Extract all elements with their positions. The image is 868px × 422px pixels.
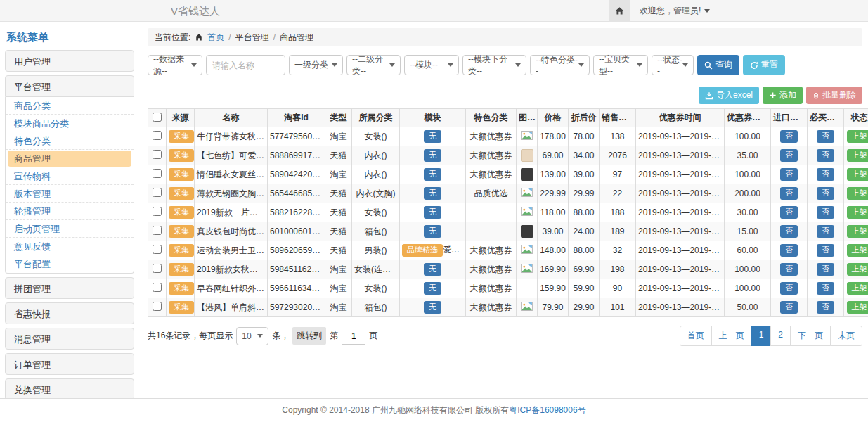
page-button-4[interactable]: 下一页 xyxy=(790,326,831,346)
page-button-3[interactable]: 2 xyxy=(770,326,791,346)
module-badge[interactable]: 无 xyxy=(424,187,441,199)
sidebar-group-header-message[interactable]: 消息管理 xyxy=(5,328,134,350)
sidebar-group-header-user[interactable]: 用户管理 xyxy=(5,50,134,72)
row-checkbox[interactable] xyxy=(153,264,162,273)
page-button-0[interactable]: 首页 xyxy=(680,326,712,346)
status-button[interactable]: 上架 xyxy=(847,130,868,142)
import-select-toggle[interactable]: 否 xyxy=(780,206,798,218)
reset-button[interactable]: 重置 xyxy=(743,55,785,75)
status-button[interactable]: 上架 xyxy=(847,168,868,180)
filter-select-6[interactable]: --特色分类-- xyxy=(530,55,590,75)
must-buy-toggle[interactable]: 否 xyxy=(817,130,834,142)
row-checkbox[interactable] xyxy=(153,150,162,159)
module-badge[interactable]: 无 xyxy=(424,206,441,218)
sidebar-item-platform-4[interactable]: 宣传物料 xyxy=(6,167,134,185)
sidebar-item-platform-5[interactable]: 版本管理 xyxy=(6,185,134,203)
import-select-toggle[interactable]: 否 xyxy=(780,244,798,256)
row-checkbox[interactable] xyxy=(153,207,162,216)
module-badge[interactable]: 无 xyxy=(424,282,441,294)
jump-page-input[interactable] xyxy=(342,328,365,345)
must-buy-toggle[interactable]: 否 xyxy=(817,301,834,313)
sidebar-item-platform-0[interactable]: 商品分类 xyxy=(6,97,134,115)
status-button[interactable]: 上架 xyxy=(847,187,868,199)
must-buy-toggle[interactable]: 否 xyxy=(817,244,834,256)
status-button[interactable]: 上架 xyxy=(847,206,868,218)
search-button[interactable]: 查询 xyxy=(697,55,739,75)
select-all-checkbox[interactable] xyxy=(153,113,162,122)
filter-select-2[interactable]: 一级分类 xyxy=(289,55,343,75)
row-checkbox[interactable] xyxy=(153,283,162,292)
user-menu[interactable]: 欢迎您，管理员! xyxy=(640,5,710,17)
breadcrumb-home-link[interactable]: 首页 xyxy=(207,32,224,44)
product-type: 淘宝 xyxy=(325,298,352,317)
module-badge[interactable]: 无 xyxy=(424,149,441,161)
page-button-2[interactable]: 1 xyxy=(751,326,772,346)
import-select-toggle[interactable]: 否 xyxy=(780,187,798,199)
import-select-toggle[interactable]: 否 xyxy=(780,282,798,294)
status-button[interactable]: 上架 xyxy=(847,149,868,161)
import-select-toggle[interactable]: 否 xyxy=(780,301,798,313)
import-select-toggle[interactable]: 否 xyxy=(780,149,798,161)
must-buy-toggle[interactable]: 否 xyxy=(817,187,834,199)
per-page-select[interactable]: 10 xyxy=(236,327,268,345)
status-button[interactable]: 上架 xyxy=(847,244,868,256)
must-buy-toggle[interactable]: 否 xyxy=(817,263,834,275)
icp-link[interactable]: 粤ICP备16098006号 xyxy=(509,405,585,415)
sidebar-item-platform-1[interactable]: 模块商品分类 xyxy=(6,115,134,132)
filter-select-3[interactable]: --二级分类-- xyxy=(346,55,401,75)
sidebar-item-platform-3[interactable]: 商品管理 xyxy=(8,151,131,167)
row-checkbox[interactable] xyxy=(153,131,162,140)
import-select-toggle[interactable]: 否 xyxy=(780,168,798,180)
sidebar-item-platform-9[interactable]: 平台配置 xyxy=(6,255,134,273)
module-badge[interactable]: 无 xyxy=(424,301,441,313)
import-select-toggle[interactable]: 否 xyxy=(780,263,798,275)
module-badge[interactable]: 无 xyxy=(424,225,441,237)
discount-price: 59.90 xyxy=(569,279,600,298)
add-button[interactable]: 添加 xyxy=(763,87,803,104)
row-checkbox[interactable] xyxy=(153,188,162,197)
module-badge[interactable]: 无 xyxy=(424,168,441,180)
row-checkbox[interactable] xyxy=(153,226,162,235)
module-badge[interactable]: 无 xyxy=(424,263,441,275)
filter-select-7[interactable]: --宝贝类型-- xyxy=(593,55,648,75)
filter-select-0[interactable]: --数据来源-- xyxy=(148,55,202,75)
module-badge[interactable]: 品牌精选 xyxy=(402,244,443,256)
must-buy-toggle[interactable]: 否 xyxy=(817,206,834,218)
module-cell: 品牌精选爱上运动 xyxy=(400,241,466,260)
jump-button[interactable]: 跳转到 xyxy=(292,327,326,345)
status-button[interactable]: 上架 xyxy=(847,301,868,313)
sidebar-item-platform-7[interactable]: 启动页管理 xyxy=(6,220,134,238)
page-button-5[interactable]: 末页 xyxy=(830,326,862,346)
sidebar-group-header-platform[interactable]: 平台管理 xyxy=(5,75,134,97)
sidebar-group-header-order[interactable]: 订单管理 xyxy=(5,353,134,375)
row-checkbox[interactable] xyxy=(153,169,162,178)
status-button[interactable]: 上架 xyxy=(847,282,868,294)
name-filter-input[interactable] xyxy=(206,55,285,75)
copyright-text: Copyright © 2014-2018 广州九驰网络科技有限公司 版权所有 xyxy=(282,405,509,415)
status-button[interactable]: 上架 xyxy=(847,263,868,275)
sidebar-group-header-groupbuy[interactable]: 拼团管理 xyxy=(5,277,134,299)
must-buy-toggle[interactable]: 否 xyxy=(817,168,834,180)
batch-delete-button[interactable]: 批量删除 xyxy=(806,87,862,104)
sidebar-group-header-express[interactable]: 省惠快报 xyxy=(5,302,134,324)
sidebar-item-platform-2[interactable]: 特色分类 xyxy=(6,132,134,150)
product-category: 男装() xyxy=(352,241,400,260)
import-select-toggle[interactable]: 否 xyxy=(780,225,798,237)
sidebar-item-platform-6[interactable]: 轮播管理 xyxy=(6,203,134,220)
page-button-1[interactable]: 上一页 xyxy=(711,326,752,346)
must-buy-toggle[interactable]: 否 xyxy=(817,149,834,161)
row-checkbox[interactable] xyxy=(153,302,162,311)
must-buy-toggle[interactable]: 否 xyxy=(817,282,834,294)
sidebar-item-platform-8[interactable]: 意见反馈 xyxy=(6,238,134,255)
row-checkbox[interactable] xyxy=(153,245,162,254)
must-buy-toggle[interactable]: 否 xyxy=(817,225,834,237)
filter-select-4[interactable]: --模块-- xyxy=(404,55,459,75)
import-excel-button[interactable]: 导入excel xyxy=(699,87,759,104)
filter-select-5[interactable]: --模块下分类-- xyxy=(462,55,526,75)
sidebar-group-header-exchange[interactable]: 兑换管理 xyxy=(5,378,134,400)
filter-select-8[interactable]: --状态-- xyxy=(652,55,694,75)
home-button[interactable] xyxy=(609,0,630,22)
module-badge[interactable]: 无 xyxy=(424,130,441,142)
status-button[interactable]: 上架 xyxy=(847,225,868,237)
import-select-toggle[interactable]: 否 xyxy=(780,130,798,142)
